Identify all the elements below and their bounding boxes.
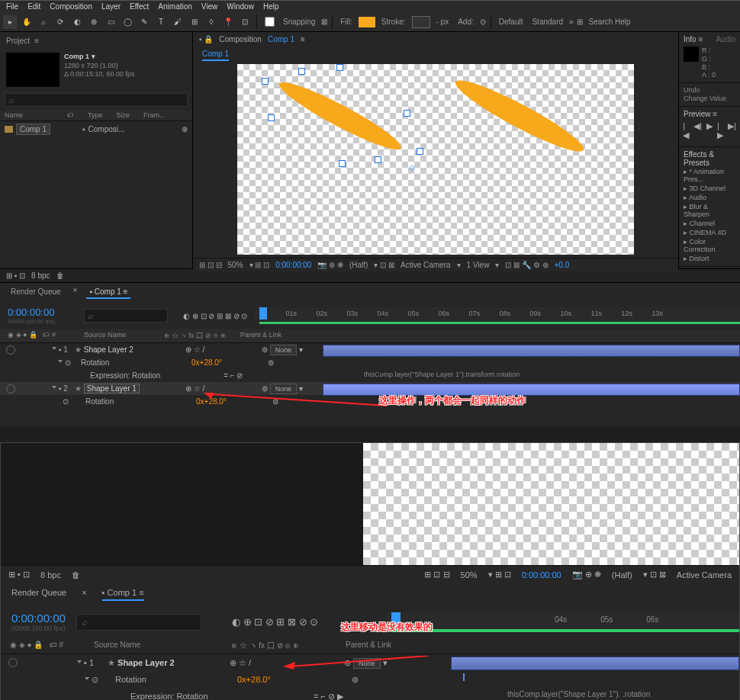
bpc[interactable]: 8 bpc bbox=[31, 271, 50, 280]
layer-bar[interactable] bbox=[451, 657, 739, 670]
comp-thumbnail[interactable] bbox=[6, 53, 60, 87]
menu-file[interactable]: File bbox=[6, 2, 18, 11]
snap-icon[interactable]: ⊠ bbox=[321, 18, 327, 26]
layer-row-1[interactable]: ▪ 1 ★ Shape Layer 2 ⊕ ☆ / ⊚ None ▾ bbox=[0, 343, 740, 356]
menu-help[interactable]: Help bbox=[263, 2, 279, 11]
s2-zoom[interactable]: 50% bbox=[461, 570, 478, 580]
property-row-rotation-2[interactable]: ⊙ Rotation 0x+28.0° ⊚ 这里操作，两个都会一起同样的动作 bbox=[0, 395, 740, 408]
time-ruler[interactable]: 01s 02s 03s 04s 05s 06s 07s 08s 09s 10s … bbox=[255, 307, 740, 324]
fill-swatch[interactable] bbox=[359, 17, 375, 27]
s2-res-icons[interactable]: ⊞ ⊡ ⊟ bbox=[424, 570, 449, 580]
project-search[interactable]: ⌕ bbox=[5, 93, 188, 107]
tl-toggle-icons[interactable]: ◐ ⊕ ⊡ ⊘ ⊞ ⊠ ⊘ ⊙ bbox=[183, 312, 247, 320]
fx-item[interactable]: ▸ 3D Channel bbox=[684, 184, 735, 193]
stroke-swatch[interactable] bbox=[412, 16, 430, 28]
s2-search[interactable]: ⌕ bbox=[76, 614, 201, 631]
menu-view[interactable]: View bbox=[201, 2, 218, 11]
play-icon[interactable]: ▶ bbox=[706, 121, 713, 140]
fx-item[interactable]: ▸ Blur & Sharpen bbox=[684, 202, 735, 219]
fx-item[interactable]: ▸ * Animation Pres... bbox=[684, 167, 735, 184]
layer-switches[interactable]: ⊕ ☆ / bbox=[185, 384, 262, 393]
fx-item[interactable]: ▸ Distort bbox=[684, 254, 735, 263]
menu-effect[interactable]: Effect bbox=[130, 2, 149, 11]
view-icons[interactable]: ⊡ ⊠ 🔧 ⚙ ⊕ bbox=[505, 261, 548, 269]
s2-tl-icons[interactable]: ◐ ⊕ ⊡ ⊘ ⊞ ⊠ ⊘ ⊙ bbox=[232, 616, 318, 628]
s2-bpc[interactable]: 8 bpc bbox=[40, 570, 61, 580]
project-tab[interactable]: Project bbox=[6, 37, 30, 45]
comp-subtab[interactable]: Comp 1 bbox=[202, 50, 229, 61]
viewport-canvas[interactable]: ◇ bbox=[237, 64, 634, 255]
s2-snapshot-icon[interactable]: 📷 ⊕ ❋ bbox=[572, 570, 601, 580]
pickwhip-icon[interactable]: ⊚ bbox=[262, 345, 268, 354]
expression-row[interactable]: Expression: Rotation = ⌐ ⊘ thisComp.laye… bbox=[0, 369, 740, 382]
snapshot-icon[interactable]: 📷 ⊕ ❋ bbox=[317, 261, 343, 269]
anchor-tool-icon[interactable]: ⊕ bbox=[87, 15, 101, 29]
layer-switches[interactable]: ⊕ ☆ / bbox=[230, 658, 344, 668]
add-btn[interactable]: ⊙ bbox=[480, 18, 486, 26]
stroke-px[interactable]: - px bbox=[436, 18, 449, 26]
preview-tab[interactable]: Preview bbox=[684, 110, 711, 118]
menu-window[interactable]: Window bbox=[227, 2, 254, 11]
parent-select[interactable]: None bbox=[270, 345, 298, 355]
ellipse-tool-icon[interactable]: ◯ bbox=[121, 15, 134, 29]
effects-tab[interactable]: Effects & Presets bbox=[684, 150, 714, 167]
menu-edit[interactable]: Edit bbox=[27, 2, 40, 11]
link-icon[interactable]: ⊚ bbox=[352, 675, 359, 684]
fx-item[interactable]: ▸ CINEMA 4D bbox=[684, 228, 735, 237]
pickwhip-icon[interactable]: ⊚ bbox=[344, 658, 351, 667]
shape-layer-1-selected[interactable] bbox=[268, 70, 413, 162]
camera-select[interactable]: Active Camera bbox=[401, 261, 451, 269]
rotate-tool-icon[interactable]: ◐ bbox=[70, 15, 84, 29]
visibility-icon[interactable] bbox=[8, 658, 18, 667]
orbit-tool-icon[interactable]: ⟳ bbox=[53, 15, 67, 29]
rotation-value[interactable]: 0x+28.0° bbox=[196, 397, 227, 406]
timeline-comp-tab[interactable]: ▪ Comp 1 ≡ bbox=[86, 286, 130, 299]
rotation-value[interactable]: 0x+28.0° bbox=[237, 675, 271, 684]
expression-text[interactable]: thisComp.layer("Shape Layer 1"). .rotati… bbox=[504, 690, 739, 700]
visibility-icon[interactable] bbox=[6, 345, 15, 355]
hand-tool-icon[interactable]: ✋ bbox=[20, 15, 34, 29]
panel-lock-icon[interactable]: ▪ 🔒 bbox=[199, 35, 213, 43]
expression-text[interactable]: thisComp.layer("Shape Layer 1").transfor… bbox=[361, 371, 740, 381]
step-back-icon[interactable]: ◀| bbox=[693, 121, 702, 140]
s2-layer-1[interactable]: ▪ 1 ★ Shape Layer 2 ⊕ ☆ / ⊚ None ▾ bbox=[1, 654, 739, 671]
link-icon[interactable]: ⊚ bbox=[268, 358, 274, 367]
step-fwd-icon[interactable]: |▶ bbox=[717, 121, 723, 140]
s2-comp-tab[interactable]: ▪ Comp 1 ≡ bbox=[102, 588, 144, 601]
col-size[interactable]: Size bbox=[117, 111, 130, 119]
fx-item[interactable]: ▸ Audio bbox=[684, 193, 735, 202]
reset-icon[interactable]: ⊞ bbox=[577, 18, 583, 26]
zoom-tool-icon[interactable]: ⌕ bbox=[37, 15, 50, 29]
playhead[interactable] bbox=[259, 307, 267, 319]
layer-switches[interactable]: ⊕ ☆ / bbox=[185, 345, 262, 354]
eraser-tool-icon[interactable]: ◊ bbox=[204, 15, 218, 29]
s2-camera[interactable]: Active Camera bbox=[677, 570, 732, 580]
res-select[interactable]: (Half) bbox=[349, 261, 368, 269]
s2-close-icon[interactable]: × bbox=[82, 588, 86, 601]
selection-tool-icon[interactable]: ▸ bbox=[3, 15, 17, 29]
close-tab-icon[interactable]: × bbox=[73, 286, 78, 299]
s2-canvas[interactable] bbox=[363, 443, 739, 565]
timeline-search[interactable]: ⌕ bbox=[84, 309, 168, 323]
rotation-value[interactable]: 0x+28.0° bbox=[191, 358, 222, 367]
visibility-icon[interactable] bbox=[6, 384, 15, 393]
render-queue-tab[interactable]: Render Queue bbox=[8, 286, 64, 299]
property-row-rotation[interactable]: ⊙ Rotation 0x+28.0° ⊚ bbox=[0, 356, 740, 369]
footer-icons[interactable]: ⊞ ▪ ⊡ bbox=[6, 271, 25, 280]
col-type[interactable]: Type bbox=[88, 111, 103, 119]
next-frame-icon[interactable]: ▶| bbox=[728, 121, 736, 140]
rect-tool-icon[interactable]: ▭ bbox=[104, 15, 117, 29]
s2-trash-icon[interactable]: 🗑 bbox=[72, 570, 80, 580]
link-icon[interactable]: ⊚ bbox=[272, 397, 278, 406]
expression-icons[interactable]: = ⌐ ⊘ ▶ bbox=[314, 692, 397, 701]
current-time[interactable]: 0:00:00:00 bbox=[8, 307, 54, 318]
fx-item[interactable]: ▸ Channel bbox=[684, 219, 735, 228]
info-tab[interactable]: Info bbox=[684, 35, 697, 43]
search-help[interactable]: Search Help bbox=[589, 18, 631, 26]
res-icon[interactable]: ⊞ ⊡ ⊟ bbox=[199, 261, 222, 269]
layer-row-2[interactable]: ▪ 2 ★ Shape Layer 1 ⊕ ☆ / ⊚ None ▾ bbox=[0, 382, 740, 395]
parent-select[interactable]: None bbox=[270, 384, 298, 394]
project-item[interactable]: Comp 1 ▪ Composi... ⊕ bbox=[0, 121, 192, 137]
expression-icons[interactable]: = ⌐ ⊘ bbox=[224, 371, 300, 380]
workspace-menu-icon[interactable]: » bbox=[569, 18, 574, 26]
